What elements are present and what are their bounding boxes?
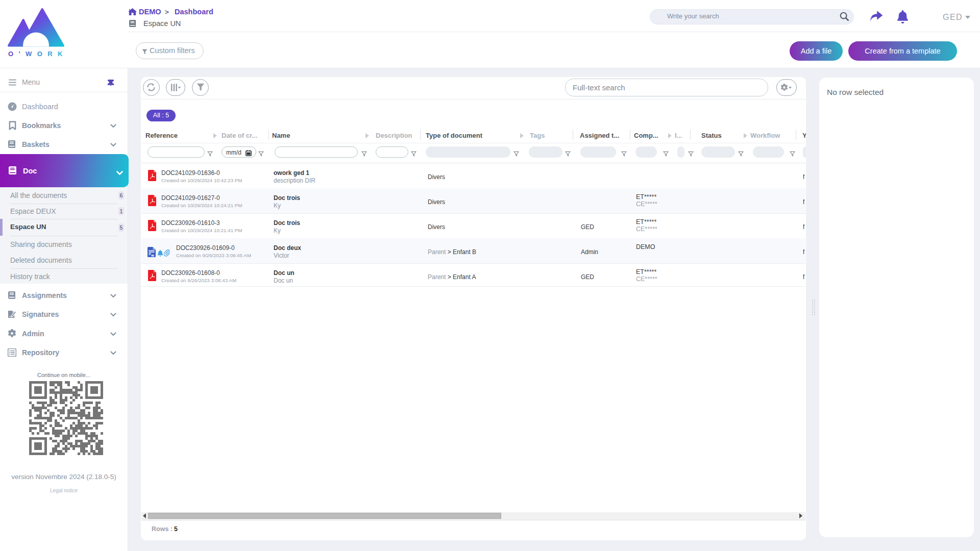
svg-text:O'WORK: O'WORK xyxy=(8,50,64,58)
svg-text:w: w xyxy=(151,254,154,257)
